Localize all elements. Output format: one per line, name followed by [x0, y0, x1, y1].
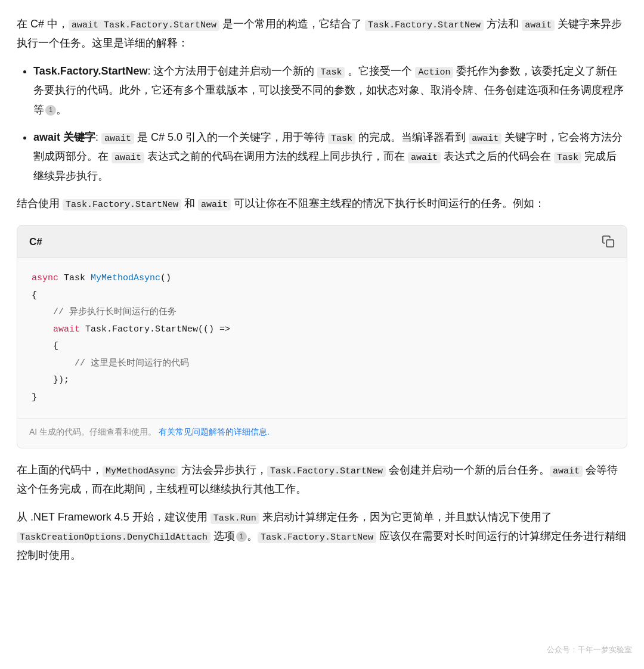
code-line-4: await Task.Factory.StartNew(() => [32, 321, 612, 339]
bullet2-strong: await 关键字 [33, 131, 95, 143]
code-line-5: { [32, 338, 612, 355]
ai-disclaimer: AI 生成的代码。仔细查看和使用。 有关常见问题解答的详细信息. [17, 418, 627, 448]
inline-code-final-startnew: Task.Factory.StartNew [258, 532, 376, 543]
copy-icon[interactable] [602, 235, 615, 248]
code-lang-label: C# [29, 233, 42, 251]
code-block: C# async Task MyMethodAsync() { // 异步执行长… [17, 225, 627, 448]
inline-code-action: Action [415, 67, 453, 78]
code-block-body: async Task MyMethodAsync() { // 异步执行长时间运… [17, 258, 627, 418]
bullet-item-1: Task.Factory.StartNew: 这个方法用于创建并启动一个新的 T… [33, 61, 627, 119]
inline-code-await-b2-4: await [408, 152, 441, 163]
inline-code-task3: Task [554, 152, 581, 163]
bullet1-strong: Task.Factory.StartNew [33, 65, 147, 77]
superscript-1: 1 [45, 105, 56, 116]
inline-code-task1: Task [317, 67, 345, 78]
summary-paragraph: 结合使用 Task.Factory.StartNew 和 await 可以让你在… [17, 194, 627, 213]
inline-code-post-3: await [550, 466, 583, 477]
ai-note-link[interactable]: 有关常见问题解答的详细信息. [159, 427, 270, 436]
code-line-2: { [32, 287, 612, 305]
inline-code-denychildattach: TaskCreationOptions.DenyChildAttach [17, 532, 210, 543]
final-paragraph: 从 .NET Framework 4.5 开始，建议使用 Task.Run 来启… [17, 507, 627, 565]
code-line-7: }); [32, 372, 612, 389]
inline-code-summary-1: Task.Factory.StartNew [63, 199, 181, 210]
inline-code-await-startnew: await Task.Factory.StartNew [69, 20, 219, 31]
intro-paragraph: 在 C# 中，await Task.Factory.StartNew 是一个常用… [17, 14, 627, 53]
code-line-6: // 这里是长时间运行的代码 [32, 355, 612, 373]
inline-code-summary-2: await [198, 199, 231, 210]
inline-code-await-b2: await [101, 133, 134, 144]
inline-code-post-2: Task.Factory.StartNew [267, 466, 386, 477]
code-line-1: async Task MyMethodAsync() [32, 270, 612, 287]
svg-rect-0 [606, 240, 614, 247]
inline-code-await-b2-2: await [469, 133, 501, 144]
inline-code-task2: Task [328, 133, 355, 144]
code-line-8: } [32, 389, 612, 407]
inline-code-await: await [522, 20, 555, 31]
post-code-paragraph: 在上面的代码中，MyMethodAsync 方法会异步执行，Task.Facto… [17, 460, 627, 499]
inline-code-startnew: Task.Factory.StartNew [365, 20, 484, 31]
code-line-3: // 异步执行长时间运行的任务 [32, 304, 612, 321]
bullet-item-2: await 关键字: await 是 C# 5.0 引入的一个关键字，用于等待 … [33, 128, 627, 185]
inline-code-taskrun: Task.Run [210, 513, 259, 524]
bullet-list: Task.Factory.StartNew: 这个方法用于创建并启动一个新的 T… [17, 61, 627, 185]
superscript-2: 1 [236, 531, 247, 542]
inline-code-await-b2-3: await [112, 152, 144, 163]
ai-note-text: AI 生成的代码。仔细查看和使用。 [29, 427, 156, 436]
code-block-header: C# [17, 226, 627, 259]
inline-code-post-1: MyMethodAsync [103, 466, 178, 477]
